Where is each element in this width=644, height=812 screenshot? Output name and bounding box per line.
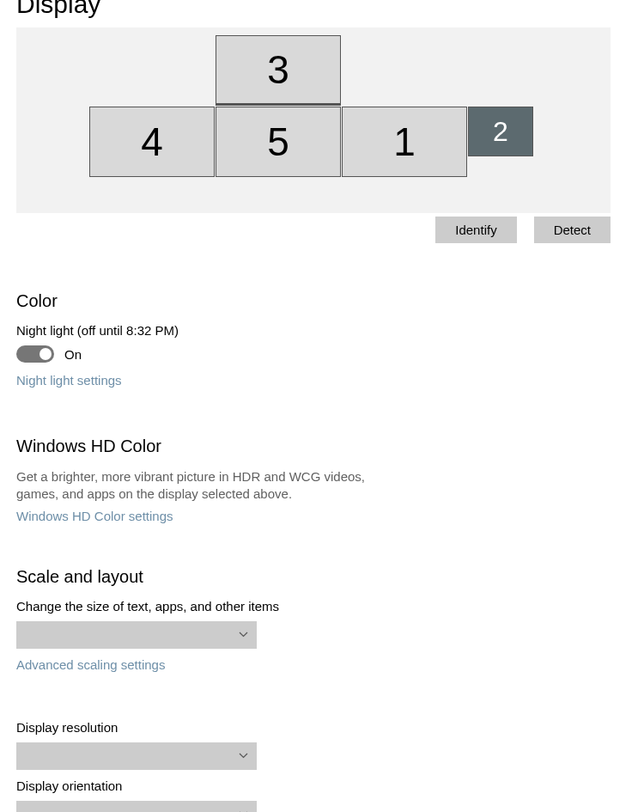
hd-color-settings-link[interactable]: Windows HD Color settings [16,509,173,523]
toggle-knob [39,348,52,360]
identify-button[interactable]: Identify [435,217,516,243]
resolution-dropdown[interactable] [16,742,257,770]
chevron-down-icon [238,751,248,761]
night-light-toggle[interactable] [16,345,54,363]
monitor-tile-3[interactable]: 3 [216,35,341,106]
orientation-dropdown[interactable] [16,801,257,813]
hd-color-description: Get a brighter, more vibrant picture in … [16,468,386,504]
resolution-label: Display resolution [16,720,628,735]
monitor-tile-1[interactable]: 1 [342,107,467,177]
night-light-settings-link[interactable]: Night light settings [16,373,122,388]
monitor-tile-5[interactable]: 5 [216,107,341,177]
orientation-label: Display orientation [16,778,628,793]
detect-button[interactable]: Detect [534,217,611,243]
night-light-label: Night light (off until 8:32 PM) [16,323,628,338]
chevron-down-icon [238,630,248,640]
advanced-scaling-link[interactable]: Advanced scaling settings [16,657,165,672]
color-heading: Color [16,291,628,311]
night-light-toggle-state: On [64,347,82,362]
text-size-label: Change the size of text, apps, and other… [16,599,628,614]
text-size-dropdown[interactable] [16,621,257,649]
hd-color-heading: Windows HD Color [16,437,628,456]
monitor-tile-2[interactable]: 2 [468,107,533,156]
chevron-down-icon [238,809,248,813]
page-title: Display [16,0,628,19]
scale-layout-heading: Scale and layout [16,567,628,587]
monitor-tile-4[interactable]: 4 [89,107,215,177]
display-arrangement-area[interactable]: 3 4 5 1 2 [16,27,611,213]
